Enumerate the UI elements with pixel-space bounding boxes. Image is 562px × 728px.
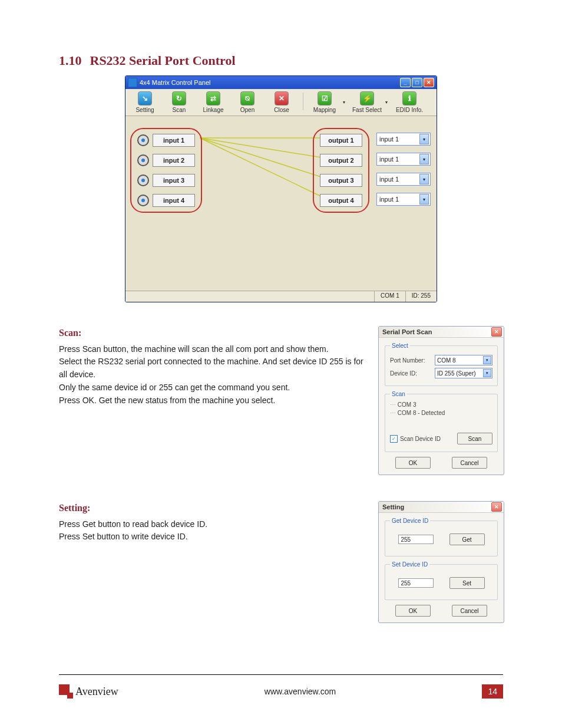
close-icon: ✕ xyxy=(275,91,289,106)
dialog-title: Setting xyxy=(382,503,404,510)
svg-line-3 xyxy=(200,138,325,198)
close-button[interactable]: ✕ xyxy=(424,78,434,87)
toolbar-mapping[interactable]: ☑Mapping xyxy=(309,91,340,113)
heading-number: 1.10 xyxy=(59,53,82,68)
mapping-icon: ☑ xyxy=(318,91,332,106)
status-id: ID: 255 xyxy=(405,291,437,302)
output-button-3[interactable]: output 3 xyxy=(320,174,362,187)
output-row-3: output 3 xyxy=(320,174,362,187)
port-number-label: Port Number: xyxy=(390,357,425,364)
output-button-1[interactable]: output 1 xyxy=(320,134,362,147)
cancel-button[interactable]: Cancel xyxy=(452,605,487,617)
app-icon xyxy=(128,78,137,87)
chevron-down-icon: ▾ xyxy=(419,174,429,185)
outputs-group: output 1 output 2 output 3 output 4 xyxy=(313,128,369,213)
input-row-4: input 4 xyxy=(137,194,195,207)
svg-line-1 xyxy=(200,138,325,158)
linkage-icon: ⇄ xyxy=(206,91,220,106)
setting-heading: Setting: xyxy=(59,501,366,516)
input-button-2[interactable]: input 2 xyxy=(153,154,195,167)
toolbar: ↘Setting ↻Scan ⇄Linkage ⦰Open ✕Close ☑Ma… xyxy=(125,89,437,116)
footer-divider xyxy=(59,674,503,675)
output-button-2[interactable]: output 2 xyxy=(320,154,362,167)
toolbar-linkage[interactable]: ⇄Linkage xyxy=(197,91,229,113)
cancel-button[interactable]: Cancel xyxy=(452,457,487,469)
open-icon: ⦰ xyxy=(240,91,254,106)
scan-icon: ↻ xyxy=(172,91,186,106)
status-port: COM 1 xyxy=(374,291,405,302)
window-title: 4x4 Matrix Control Panel xyxy=(140,79,210,86)
toolbar-setting[interactable]: ↘Setting xyxy=(129,91,161,113)
input-row-3: input 3 xyxy=(137,174,195,187)
input-button-3[interactable]: input 3 xyxy=(153,174,195,187)
output-select-4[interactable]: input 1▾ xyxy=(376,193,431,206)
input-button-4[interactable]: input 4 xyxy=(153,194,195,207)
device-id-select[interactable]: ID 255 (Super)▾ xyxy=(435,368,492,378)
output-row-1: output 1 xyxy=(320,134,362,147)
get-device-id-input[interactable]: 255 xyxy=(398,535,434,544)
chevron-down-icon: ▾ xyxy=(419,154,429,164)
output-button-4[interactable]: output 4 xyxy=(320,194,362,207)
minimize-button[interactable]: _ xyxy=(400,78,411,87)
scan-device-id-label: Scan Device ID xyxy=(400,436,441,442)
section-heading: 1.10 RS232 Serial Port Control xyxy=(59,53,503,68)
radio-icon[interactable] xyxy=(137,174,149,186)
matrix-window-figure: 4x4 Matrix Control Panel _ □ ✕ ↘Setting … xyxy=(125,75,437,302)
fast-select-icon: ⚡ xyxy=(360,91,374,106)
inputs-group: input 1 input 2 input 3 input 4 xyxy=(130,128,202,213)
scan-fieldset: Scan COM 3 COM 8 - Detected ✓ Scan Devic… xyxy=(385,391,498,452)
toolbar-fast-select[interactable]: ⚡Fast Select xyxy=(351,91,383,113)
set-device-id-input[interactable]: 255 xyxy=(398,578,434,588)
chevron-down-icon[interactable]: ▾ xyxy=(343,100,349,105)
scan-text: Scan: Press Scan button, the machine wil… xyxy=(59,326,366,489)
heading-title: RS232 Serial Port Control xyxy=(90,53,236,68)
setting-icon: ↘ xyxy=(138,91,152,106)
toolbar-scan[interactable]: ↻Scan xyxy=(163,91,195,113)
svg-line-2 xyxy=(200,138,325,178)
chevron-down-icon[interactable]: ▾ xyxy=(385,100,391,105)
select-fieldset: Select Port Number: COM 8▾ Device ID: ID… xyxy=(385,342,498,386)
logo-icon xyxy=(59,684,73,699)
scan-heading: Scan: xyxy=(59,326,366,341)
scan-result-tree: COM 3 COM 8 - Detected xyxy=(390,401,492,424)
get-button[interactable]: Get xyxy=(449,533,485,545)
status-bar: COM 1 ID: 255 xyxy=(125,291,437,302)
input-row-2: input 2 xyxy=(137,154,195,167)
window-titlebar: 4x4 Matrix Control Panel _ □ ✕ xyxy=(125,76,437,89)
toolbar-close[interactable]: ✕Close xyxy=(266,91,297,113)
output-select-1[interactable]: input 1▾ xyxy=(376,133,431,146)
output-select-3[interactable]: input 1▾ xyxy=(376,173,431,186)
chevron-down-icon: ▾ xyxy=(419,194,429,205)
set-device-id-fieldset: Set Device ID 255 Set xyxy=(385,561,498,600)
scan-button[interactable]: Scan xyxy=(457,433,492,444)
output-row-2: output 2 xyxy=(320,154,362,167)
device-id-label: Device ID: xyxy=(390,370,417,377)
page-number: 14 xyxy=(482,684,503,699)
ok-button[interactable]: OK xyxy=(395,457,431,469)
radio-icon[interactable] xyxy=(137,195,149,206)
output-row-4: output 4 xyxy=(320,194,362,207)
chevron-down-icon: ▾ xyxy=(483,369,491,377)
close-icon[interactable]: ✕ xyxy=(491,502,502,512)
toolbar-edid-info[interactable]: ℹEDID Info. xyxy=(394,91,425,113)
get-device-id-fieldset: Get Device ID 255 Get xyxy=(385,518,498,556)
setting-text: Setting: Press Get button to read back d… xyxy=(59,501,366,637)
brand-name: Avenview xyxy=(75,686,118,698)
radio-icon[interactable] xyxy=(137,134,149,146)
chevron-down-icon: ▾ xyxy=(483,356,491,364)
input-button-1[interactable]: input 1 xyxy=(153,134,195,147)
output-select-2[interactable]: input 1▾ xyxy=(376,153,431,166)
toolbar-open[interactable]: ⦰Open xyxy=(232,91,263,113)
maximize-button[interactable]: □ xyxy=(412,78,422,87)
chevron-down-icon: ▾ xyxy=(419,134,429,144)
port-number-select[interactable]: COM 8▾ xyxy=(435,355,492,365)
set-button[interactable]: Set xyxy=(449,577,485,589)
dialog-title: Serial Port Scan xyxy=(382,328,432,335)
edid-icon: ℹ xyxy=(402,91,416,106)
output-selects-column: input 1▾ input 1▾ input 1▾ input 1▾ xyxy=(376,133,431,206)
ok-button[interactable]: OK xyxy=(395,605,431,617)
close-icon[interactable]: ✕ xyxy=(491,327,502,337)
serial-port-scan-dialog: Serial Port Scan ✕ Select Port Number: C… xyxy=(378,326,504,475)
scan-device-id-checkbox[interactable]: ✓ xyxy=(390,435,398,443)
radio-icon[interactable] xyxy=(137,154,149,166)
